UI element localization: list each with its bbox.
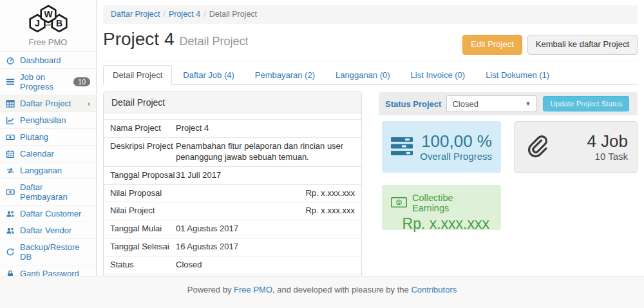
breadcrumb-separator: / <box>163 10 165 19</box>
money-icon <box>6 188 15 197</box>
jobs-label: 10 Task <box>551 151 628 162</box>
sidebar-item-label: Daftar Project <box>20 99 71 108</box>
sidebar-item-label: Dashboard <box>20 55 61 65</box>
sidebar: J W B .com Free PMO Dashboard Job on Pro… <box>0 0 97 276</box>
svg-text:W: W <box>44 9 53 19</box>
breadcrumb-separator: / <box>204 10 205 19</box>
tab-langganan[interactable]: Langganan (0) <box>326 65 400 85</box>
money-icon <box>6 133 15 142</box>
row-value: 31 Juli 2017 <box>176 170 355 181</box>
svg-text:.com: .com <box>44 23 52 26</box>
page-title: Project 4 <box>103 29 175 49</box>
footer-contributors-link[interactable]: Contributors <box>411 285 457 294</box>
breadcrumb-current: Detail Project <box>209 10 257 19</box>
retweet-icon <box>6 166 15 175</box>
tab-detail-project[interactable]: Detail Project <box>103 65 172 85</box>
sidebar-item-label: Penghasilan <box>20 115 66 125</box>
tab-pembayaran[interactable]: Pembayaran (2) <box>245 65 325 85</box>
detail-row-nilai-project: Nilai Project Rp. x.xxx.xxx <box>104 202 361 220</box>
row-value: Closed <box>176 260 355 271</box>
row-label: Tanggal Selesai <box>110 242 176 253</box>
jobs-value: 4 Job <box>551 132 628 151</box>
footer-free-pmo-link[interactable]: Free PMO <box>234 285 272 294</box>
table-icon <box>6 99 15 108</box>
sidebar-item-piutang[interactable]: Piutang <box>0 129 96 146</box>
row-value: Rp. x.xxx.xxx <box>176 188 355 199</box>
row-value: Rp. x.xxx.xxx <box>176 206 355 217</box>
sidebar-item-label: Calendar <box>20 149 54 159</box>
job-count-badge: 10 <box>73 77 90 87</box>
calendar-icon <box>6 149 15 159</box>
tab-daftar-job[interactable]: Daftar Job (4) <box>173 65 243 85</box>
row-label: Nama Project <box>110 123 176 134</box>
sidebar-item-daftar-pembayaran[interactable]: Daftar Pembayaran <box>0 179 96 206</box>
page-subtitle: Detail Project <box>180 35 249 48</box>
main-content: Daftar Project/Project 4/Detail Project … <box>97 0 644 276</box>
svg-text:1: 1 <box>397 199 400 205</box>
sidebar-item-job-on-progress[interactable]: Job on Progress 10 <box>0 69 96 95</box>
earnings-title: Collectibe Earnings <box>412 193 492 213</box>
sidebar-item-daftar-vendor[interactable]: Daftar Vendor <box>0 222 96 239</box>
edit-project-button[interactable]: Edit Project <box>462 35 522 55</box>
refresh-icon <box>6 247 15 256</box>
sidebar-item-label: Langganan <box>20 166 62 175</box>
sidebar-item-daftar-project[interactable]: Daftar Project ‹ <box>0 95 96 112</box>
update-project-status-button[interactable]: Update Project Status <box>543 96 629 111</box>
sidebar-item-calendar[interactable]: Calendar <box>0 146 96 162</box>
progress-label: Overall Progress <box>418 151 492 162</box>
detail-row-tanggal-mulai: Tanggal Mulai 01 Agustus 2017 <box>104 220 361 238</box>
detail-row-nama-project: Nama Project Project 4 <box>104 119 361 137</box>
row-label: Nilai Project <box>110 206 176 217</box>
status-select[interactable]: Closed ▼ <box>446 95 536 112</box>
status-select-value: Closed <box>452 99 478 109</box>
detail-row-tanggal-selesai: Tanggal Selesai 16 Agustus 2017 <box>104 238 361 256</box>
chevron-left-icon: ‹ <box>88 99 90 108</box>
footer: Powered by Free PMO, and developed with … <box>0 276 644 308</box>
detail-row-nilai-proposal: Nilai Proposal Rp. x.xxx.xxx <box>104 184 361 202</box>
status-project-bar: Status Project Closed ▼ Update Project S… <box>379 92 638 115</box>
row-label: Deskripsi Project <box>110 141 176 163</box>
tasks-icon <box>391 137 418 158</box>
row-value: Project 4 <box>176 123 355 134</box>
sidebar-item-langganan[interactable]: Langganan <box>0 162 96 179</box>
sidebar-menu: Dashboard Job on Progress 10 Daftar Proj… <box>0 52 96 299</box>
breadcrumb-project-4[interactable]: Project 4 <box>169 10 200 19</box>
row-value: 16 Agustus 2017 <box>176 242 355 253</box>
sidebar-item-label: Daftar Pembayaran <box>20 182 90 202</box>
users-icon <box>6 226 15 235</box>
back-to-list-button[interactable]: Kembali ke daftar Project <box>527 35 638 55</box>
sidebar-item-label: Job on Progress <box>20 72 69 91</box>
sidebar-item-backup-restore-db[interactable]: Backup/Restore DB <box>0 239 96 265</box>
sidebar-item-penghasilan[interactable]: Penghasilan <box>0 112 96 129</box>
dashboard-icon <box>6 56 15 65</box>
row-label: Tanggal Proposal <box>110 170 176 181</box>
sidebar-item-label: Piutang <box>20 132 48 142</box>
breadcrumb-daftar-project[interactable]: Daftar Project <box>111 10 160 19</box>
footer-text: Powered by <box>187 285 232 294</box>
caret-down-icon: ▼ <box>526 101 531 107</box>
jwb-logo-icon: J W B .com <box>21 26 76 36</box>
row-value: Penambahan fitur pelaporan dan rincian u… <box>176 141 355 163</box>
row-label: Status <box>110 260 176 271</box>
logo-block: J W B .com Free PMO <box>0 0 96 52</box>
breadcrumb: Daftar Project/Project 4/Detail Project <box>103 5 638 24</box>
tab-list-invoice[interactable]: List Invoice (0) <box>401 65 475 85</box>
sidebar-item-label: Backup/Restore DB <box>20 242 90 262</box>
sidebar-item-dashboard[interactable]: Dashboard <box>0 52 96 69</box>
line-chart-icon <box>6 116 15 125</box>
sidebar-item-daftar-customer[interactable]: Daftar Customer <box>0 206 96 222</box>
detail-row-deskripsi: Deskripsi Project Penambahan fitur pelap… <box>104 137 361 166</box>
tab-bar: Detail Project Daftar Job (4) Pembayaran… <box>103 65 638 85</box>
overall-progress-box: 100,00 % Overall Progress <box>382 121 501 173</box>
page-header: Project 4Detail Project Edit Project Kem… <box>103 29 638 61</box>
svg-text:J: J <box>35 18 40 28</box>
sidebar-item-label: Daftar Customer <box>20 209 81 218</box>
tab-list-dokumen[interactable]: List Dokumen (1) <box>476 65 559 85</box>
earnings-value: Rp. x.xxx.xxx <box>391 215 492 233</box>
detail-row-tanggal-proposal: Tanggal Proposal 31 Juli 2017 <box>104 166 361 184</box>
svg-text:B: B <box>55 18 62 28</box>
collectible-earnings-box: 1 Collectibe Earnings Rp. x.xxx.xxx <box>382 185 501 230</box>
jobs-box: 4 Job 10 Task <box>514 121 638 173</box>
row-label: Tanggal Mulai <box>110 224 176 235</box>
progress-value: 100,00 % <box>418 132 492 151</box>
